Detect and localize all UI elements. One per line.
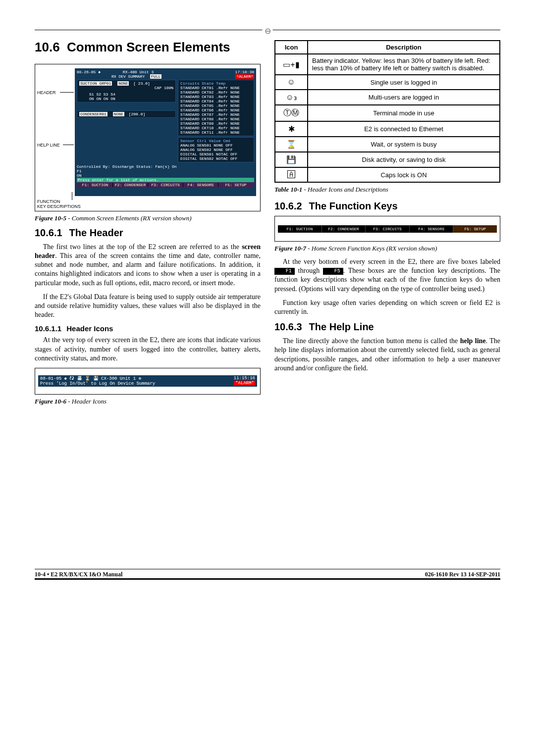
fkey[interactable]: F1: SUCTION — [278, 225, 322, 233]
annot-key-desc: KEY DESCRIPTIONS — [37, 204, 81, 209]
bold-text: help line — [460, 337, 486, 345]
right-column: Icon Description ▭+▮ Battery indicator. … — [274, 40, 500, 410]
stage-header: S1 S2 S3 S4 — [89, 92, 173, 97]
text: The first two lines at the top of the E2… — [43, 243, 242, 251]
figure-10-7-caption: Figure 10-7 - Home Screen Function Keys … — [274, 245, 500, 252]
header-bar: 08-01-05 ◆ 🗘 📇 ⌛ 💾 CX-300 Unit 1 ⊕ Press… — [38, 375, 257, 387]
heading-10-6-3: 10.6.3The Help Line — [274, 321, 500, 333]
fkey[interactable]: F1: SUCTION — [78, 183, 113, 187]
hdr-date: 08-26-05 ◆ — [77, 70, 101, 74]
circuit-row: STANDARD CKT05 .Refr NONE — [180, 103, 252, 108]
caption-num: Figure 10-7 — [274, 245, 306, 252]
heading-num: 10.6.1 — [35, 227, 62, 238]
capslock-icon: 🄰 — [275, 167, 308, 182]
disk-icon: 💾 — [275, 152, 308, 167]
caption-text: - Home Screen Function Keys (RX version … — [306, 245, 437, 252]
hb-left: 08-01-05 ◆ 🗘 📇 ⌛ 💾 CX-300 Unit 1 ⊕ — [40, 376, 155, 381]
table-row: 🄰 Caps lock is ON — [275, 167, 500, 182]
hdr-time: 17:10:30 — [235, 70, 254, 74]
para: At the very top of every screen in the E… — [35, 336, 261, 363]
hb-alarm: *ALARM* — [234, 381, 255, 386]
section-title: 10.6 Common Screen Elements — [35, 40, 261, 55]
top-rule: ⊖ — [35, 30, 500, 30]
figure-10-5-caption: Figure 10-5 - Common Screen Elements (RX… — [35, 214, 261, 222]
table-row: 💾 Disk activity, or saving to disk — [275, 152, 500, 167]
terminal-mode-icon: ⓉⓂ — [275, 105, 308, 121]
para: If the E2's Global Data feature is being… — [35, 293, 261, 320]
left-column: 10.6 Common Screen Elements HEADER HELP … — [35, 40, 261, 410]
cond-val: [200.0] — [129, 112, 146, 116]
circuits-block: Circuits State Temp STANDARD CKT01 .Refr… — [178, 80, 254, 136]
annot-line — [72, 192, 72, 200]
figure-10-5: HEADER HELP LINE FUNCTION KEY DESCRIPTIO… — [35, 64, 261, 211]
circuit-row: STANDARD CKT06 .Refr NONE — [180, 108, 252, 112]
circuit-row: STANDARD CKT02 .Refr NONE — [180, 90, 252, 95]
fkey[interactable]: F4: SENSORS — [183, 183, 218, 187]
hb-time: 11:15:16 — [234, 376, 255, 381]
desc-text: Single user is logged in — [308, 75, 500, 90]
figure-10-6-caption: Figure 10-6 - Header Icons — [35, 398, 261, 405]
circuit-row: STANDARD CKT07 .Refr NONE — [180, 112, 252, 117]
caption-num: Table 10-1 — [274, 186, 302, 193]
fkey[interactable]: F5: SETUP — [218, 183, 253, 187]
circuit-row: STANDARD CKT09 .Refr NONE — [180, 121, 252, 126]
figure-10-7: F1: SUCTION F2: CONDENSER F3: CIRCUITS F… — [274, 216, 500, 242]
suction-block: SUCTION GRP01 NONE [ 23.0] CAP 100% S1 S… — [77, 80, 176, 102]
page-number: 10-4 • — [35, 571, 51, 578]
annot-function: FUNCTION — [37, 199, 60, 204]
para: Function key usage often varies dependin… — [274, 299, 500, 316]
desc-text: Disk activity, or saving to disk — [308, 152, 500, 167]
f1-status: F1 ON — [77, 169, 254, 178]
sensor-row: DIGITAL SENS02 NOTAC OFF — [180, 156, 252, 161]
annot-help-line: HELP LINE — [37, 143, 60, 148]
section-number: 10.6 — [35, 40, 60, 54]
heading-10-6-1-1: 10.6.1.1Header Icons — [35, 324, 261, 333]
caption-text: - Header Icons and Descriptions — [302, 186, 388, 193]
help-line-text: Controlled By: Discharge Status: Fan(s) … — [77, 164, 254, 169]
circuit-row: STANDARD CKT11 .Refr NONE — [180, 130, 252, 135]
suction-title: SUCTION GRP01 — [79, 81, 112, 86]
fkey[interactable]: F5: SETUP — [453, 225, 497, 233]
footer-right: 026-1610 Rev 13 14-SEP-2011 — [425, 571, 500, 578]
table-10-1-caption: Table 10-1 - Header Icons and Descriptio… — [274, 186, 500, 194]
desc-text: Terminal mode in use — [308, 105, 500, 121]
multi-user-icon: ☺₃ — [275, 90, 308, 105]
annot-header: HEADER — [37, 90, 56, 95]
heading-text: The Function Keys — [309, 201, 398, 211]
heading-10-6-1: 10.6.1The Header — [35, 227, 261, 239]
annot-line — [63, 145, 74, 145]
heading-text: The Header — [69, 227, 123, 238]
fkey-strip: F1: SUCTION F2: CONDENSER F3: CIRCUITS F… — [278, 225, 497, 233]
desc-text: Multi-users are logged in — [308, 90, 500, 105]
sensor-title: Sensor Ctrl Value Cmd — [180, 139, 252, 143]
caption-num: Figure 10-6 — [35, 398, 66, 405]
hdr-alarm-badge: *ALARM* — [235, 74, 254, 79]
fkey[interactable]: F4: SENSORS — [410, 225, 454, 233]
fkey[interactable]: F2: CONDENSER — [322, 225, 366, 233]
condenser-block: CONDENSER01 NONE [200.0] — [77, 110, 176, 118]
circuits-title: Circuits State Temp — [180, 81, 252, 86]
table-row: ⓉⓂ Terminal mode in use — [275, 105, 500, 121]
fkey[interactable]: F2: CONDENSER — [113, 183, 148, 187]
suction-none: NONE — [117, 81, 129, 86]
table-row: ⌛ Wait, or system is busy — [275, 137, 500, 152]
heading-text: The Help Line — [309, 321, 374, 332]
screenshot-panel: 08-26-05 ◆ RX-400 Unit 3 17:10:30 RX DEV… — [75, 68, 256, 196]
heading-num: 10.6.3 — [274, 321, 302, 332]
circuit-row: STANDARD CKT10 .Refr NONE — [180, 126, 252, 130]
fkey[interactable]: F3: CIRCUITS — [148, 183, 183, 187]
enter-hint: Press enter for a list of actions. — [77, 178, 254, 182]
th-desc: Description — [308, 41, 500, 54]
hb-sub: Press 'Log In/Out' to Log On Device Summ… — [40, 381, 155, 386]
heading-text: Header Icons — [66, 324, 113, 333]
fkey[interactable]: F3: CIRCUITS — [366, 225, 410, 233]
desc-text: Caps lock is ON — [308, 167, 500, 182]
sensor-block: Sensor Ctrl Value Cmd ANALOG SENS01 NONE… — [178, 137, 254, 162]
th-icon: Icon — [275, 41, 308, 54]
heading-10-6-2: 10.6.2The Function Keys — [274, 201, 500, 212]
para: The line directly above the function but… — [274, 337, 500, 373]
text: . This area of the screen contains the t… — [35, 252, 261, 287]
text: The line directly above the function but… — [283, 337, 460, 345]
key-f1-icon: F1 — [274, 268, 295, 275]
single-user-icon: ☺ — [275, 75, 308, 90]
